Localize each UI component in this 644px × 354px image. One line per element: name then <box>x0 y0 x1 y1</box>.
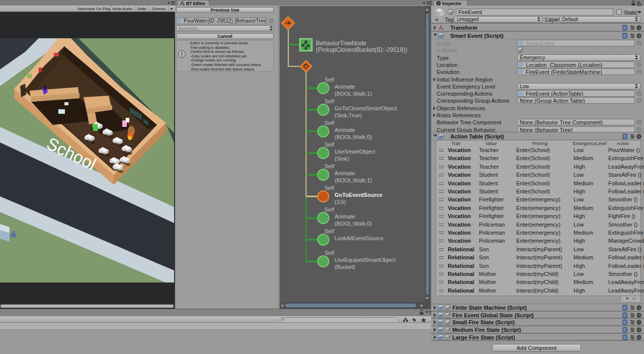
svg-text:UseEquipedSmartObject: UseEquipedSmartObject <box>335 257 395 263</box>
svg-text:Animate: Animate <box>335 214 355 220</box>
svg-text:(Bucket): (Bucket) <box>335 264 355 270</box>
svg-text:Self: Self <box>325 163 335 169</box>
svg-text:LookAtEventSource: LookAtEventSource <box>335 235 383 241</box>
svg-text:GoToClosestSmartObject: GoToClosestSmartObject <box>335 105 397 111</box>
svg-text:(BOOL;Walk;1): (BOOL;Walk;1) <box>335 177 372 183</box>
svg-text:(BOOL;Walk;0): (BOOL;Walk;0) <box>335 134 372 140</box>
svg-text:GoToEventSource: GoToEventSource <box>335 192 382 198</box>
svg-text:(PickupClosestBucket(ID:-29518: (PickupClosestBucket(ID:-29518)) <box>316 46 407 53</box>
svg-text:Self: Self <box>325 98 335 104</box>
svg-text:(Sink;True): (Sink;True) <box>335 112 362 118</box>
svg-text:(BOOL;Walk;1): (BOOL;Walk;1) <box>335 91 372 97</box>
svg-text:Self: Self <box>325 185 335 191</box>
svg-text:(3,5): (3,5) <box>335 199 346 205</box>
svg-text:Self: Self <box>325 250 335 256</box>
svg-text:Self: Self <box>325 206 335 213</box>
svg-text:(BOOL;Walk;0): (BOOL;Walk;0) <box>335 221 372 227</box>
svg-text:Animate: Animate <box>335 127 355 133</box>
svg-text:Self: Self <box>325 141 335 148</box>
svg-text:Animate: Animate <box>335 170 355 176</box>
svg-text:Self: Self <box>325 228 335 234</box>
svg-text:Animate: Animate <box>335 84 355 90</box>
svg-text:BehaviorTreeNode: BehaviorTreeNode <box>316 40 367 47</box>
svg-text:UseSmartObject: UseSmartObject <box>335 149 375 155</box>
svg-text:Self: Self <box>325 120 335 126</box>
svg-text:(Sink): (Sink) <box>335 156 349 162</box>
svg-text:Self: Self <box>325 77 335 83</box>
